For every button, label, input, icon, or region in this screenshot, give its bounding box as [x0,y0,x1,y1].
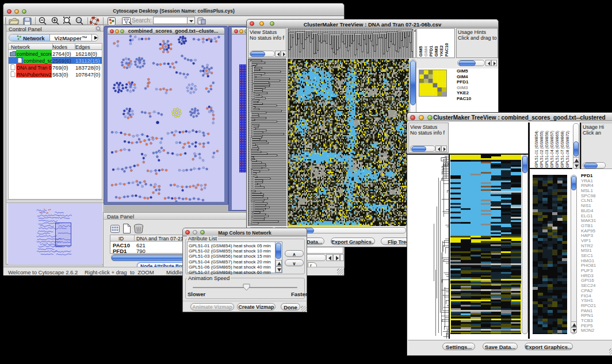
svg-text:1:1: 1:1 [77,19,81,22]
